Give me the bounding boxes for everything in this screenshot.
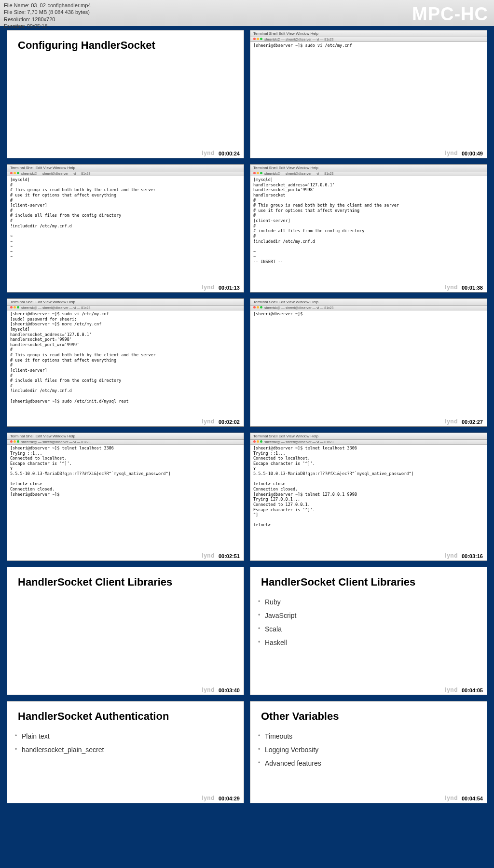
list-item: Logging Verbosity xyxy=(265,743,472,756)
terminal-menubar: Terminal Shell Edit View Window Help xyxy=(7,299,244,306)
terminal-body: [sheeri@dbserver ~]$ sudo vi /etc/my.cnf xyxy=(250,42,487,49)
list-item: Ruby xyxy=(265,595,472,609)
list-item: JavaScript xyxy=(265,609,472,622)
minimize-icon[interactable] xyxy=(14,440,16,443)
thumbnail-tile[interactable]: Terminal Shell Edit View Window Helpshee… xyxy=(250,164,487,293)
thumbnail-tile[interactable]: HandlerSocket AuthenticationPlain textha… xyxy=(7,701,244,803)
timestamp-label: 00:00:49 xyxy=(461,151,484,156)
minimize-icon[interactable] xyxy=(257,172,259,174)
terminal-tab-label: sheerisk@ — sheeri@dbserver — vi — 81x23 xyxy=(264,440,333,444)
watermark: lynd xyxy=(202,686,215,693)
thumbnail-tile[interactable]: HandlerSocket Client Librarieslynd00:03:… xyxy=(7,567,244,695)
terminal-body: [sheeri@dbserver ~]$ telnet localhost 33… xyxy=(250,445,487,529)
minimize-icon[interactable] xyxy=(14,172,16,174)
timestamp-label: 00:01:13 xyxy=(218,285,241,291)
terminal-tabbar: sheerisk@ — sheeri@dbserver — vi — 81x23 xyxy=(250,440,487,445)
timestamp-label: 00:03:16 xyxy=(461,553,484,559)
thumbnail-tile[interactable]: Terminal Shell Edit View Window Helpshee… xyxy=(7,298,244,427)
watermark: lynd xyxy=(445,150,458,156)
close-icon[interactable] xyxy=(253,172,256,174)
thumbnail-tile[interactable]: Terminal Shell Edit View Window Helpshee… xyxy=(250,298,487,427)
terminal-tabbar: sheerisk@ — sheeri@dbserver — vi — 81x23 xyxy=(250,37,487,42)
slide-title: Configuring HandlerSocket xyxy=(7,30,244,54)
list-item: handlersocket_plain_secret xyxy=(22,743,229,756)
zoom-icon[interactable] xyxy=(260,172,262,174)
slide-title: HandlerSocket Authentication xyxy=(7,701,244,725)
terminal-tab-label: sheerisk@ — sheeri@dbserver — vi — 81x23 xyxy=(21,172,90,175)
zoom-icon[interactable] xyxy=(260,38,262,40)
slide-list: Plain texthandlersocket_plain_secret xyxy=(7,725,244,761)
terminal-body: [sheeri@dbserver ~]$ telnet localhost 33… xyxy=(7,445,244,498)
watermark: lynd xyxy=(202,284,215,291)
terminal-menubar: Terminal Shell Edit View Window Help xyxy=(7,165,244,171)
minimize-icon[interactable] xyxy=(257,440,259,443)
list-item: Timeouts xyxy=(265,729,472,743)
terminal-tab-label: sheerisk@ — sheeri@dbserver — vi — 81x23 xyxy=(264,38,333,41)
terminal-tab-label: sheerisk@ — sheeri@dbserver — vi — 81x23 xyxy=(264,306,333,309)
zoom-icon[interactable] xyxy=(260,306,262,308)
watermark: lynd xyxy=(202,418,215,425)
timestamp-label: 00:04:05 xyxy=(461,687,484,693)
terminal-menubar: Terminal Shell Edit View Window Help xyxy=(7,433,244,440)
slide-title: HandlerSocket Client Libraries xyxy=(7,567,244,590)
zoom-icon[interactable] xyxy=(17,440,19,443)
thumbnail-tile[interactable]: Configuring HandlerSocketlynd00:00:24 xyxy=(7,30,244,158)
list-item: Advanced features xyxy=(265,756,472,770)
close-icon[interactable] xyxy=(253,306,256,308)
terminal-body: [sheeri@dbserver ~]$ xyxy=(250,310,487,318)
terminal-menubar: Terminal Shell Edit View Window Help xyxy=(250,299,487,306)
close-icon[interactable] xyxy=(253,38,256,40)
terminal-tabbar: sheerisk@ — sheeri@dbserver — vi — 81x23 xyxy=(7,440,244,445)
watermark: lynd xyxy=(445,284,458,291)
watermark: lynd xyxy=(202,552,215,559)
watermark: lynd xyxy=(445,795,458,801)
terminal-body: [sheeri@dbserver ~]$ sudo vi /etc/my.cnf… xyxy=(7,310,244,405)
terminal-menubar: Terminal Shell Edit View Window Help xyxy=(250,165,487,171)
zoom-icon[interactable] xyxy=(260,440,262,443)
slide-title: Other Variables xyxy=(250,701,487,725)
terminal-tab-label: sheerisk@ — sheeri@dbserver — vi — 81x23 xyxy=(21,440,90,444)
close-icon[interactable] xyxy=(253,440,256,443)
list-item: Haskell xyxy=(265,636,472,649)
zoom-icon[interactable] xyxy=(17,306,19,308)
thumbnail-tile[interactable]: Other VariablesTimeoutsLogging Verbosity… xyxy=(250,701,487,803)
watermark: lynd xyxy=(445,686,458,693)
minimize-icon[interactable] xyxy=(14,306,16,308)
terminal-body: [mysqld] handlersocket_address='127.0.0.… xyxy=(250,176,487,266)
terminal-menubar: Terminal Shell Edit View Window Help xyxy=(250,433,487,440)
list-item: Plain text xyxy=(22,729,229,743)
watermark: lynd xyxy=(202,150,215,156)
thumbnail-tile[interactable]: Terminal Shell Edit View Window Helpshee… xyxy=(7,164,244,293)
slide-title: HandlerSocket Client Libraries xyxy=(250,567,487,590)
timestamp-label: 00:01:38 xyxy=(461,285,484,291)
minimize-icon[interactable] xyxy=(257,38,259,40)
app-logo: MPC-HC xyxy=(412,4,488,25)
thumbnail-tile[interactable]: Terminal Shell Edit View Window Helpshee… xyxy=(7,433,244,561)
terminal-body: [mysqld] # # This group is read both bot… xyxy=(7,176,244,260)
timestamp-label: 00:04:54 xyxy=(461,796,484,801)
thumbnail-tile[interactable]: Terminal Shell Edit View Window Helpshee… xyxy=(250,30,487,158)
watermark: lynd xyxy=(445,418,458,425)
terminal-tab-label: sheerisk@ — sheeri@dbserver — vi — 81x23 xyxy=(264,172,333,175)
thumbnail-tile[interactable]: HandlerSocket Client LibrariesRubyJavaSc… xyxy=(250,567,487,695)
thumbnail-tile[interactable]: Terminal Shell Edit View Window Helpshee… xyxy=(250,433,487,561)
terminal-tab-label: sheerisk@ — sheeri@dbserver — vi — 81x23 xyxy=(21,306,90,309)
timestamp-label: 00:03:40 xyxy=(218,687,241,693)
zoom-icon[interactable] xyxy=(17,172,19,174)
timestamp-label: 00:04:29 xyxy=(218,796,241,801)
slide-list: RubyJavaScriptScalaHaskell xyxy=(250,590,487,654)
terminal-tabbar: sheerisk@ — sheeri@dbserver — vi — 81x23 xyxy=(7,306,244,310)
watermark: lynd xyxy=(445,552,458,559)
close-icon[interactable] xyxy=(10,172,13,174)
terminal-menubar: Terminal Shell Edit View Window Help xyxy=(250,30,487,37)
timestamp-label: 00:02:27 xyxy=(461,419,484,425)
timestamp-label: 00:02:51 xyxy=(218,553,241,559)
close-icon[interactable] xyxy=(10,306,13,308)
minimize-icon[interactable] xyxy=(257,306,259,308)
terminal-tabbar: sheerisk@ — sheeri@dbserver — vi — 81x23 xyxy=(7,171,244,176)
slide-list: TimeoutsLogging VerbosityAdvanced featur… xyxy=(250,725,487,775)
close-icon[interactable] xyxy=(10,440,13,443)
list-item: Scala xyxy=(265,622,472,636)
timestamp-label: 00:00:24 xyxy=(218,151,241,156)
terminal-tabbar: sheerisk@ — sheeri@dbserver — vi — 81x23 xyxy=(250,171,487,176)
